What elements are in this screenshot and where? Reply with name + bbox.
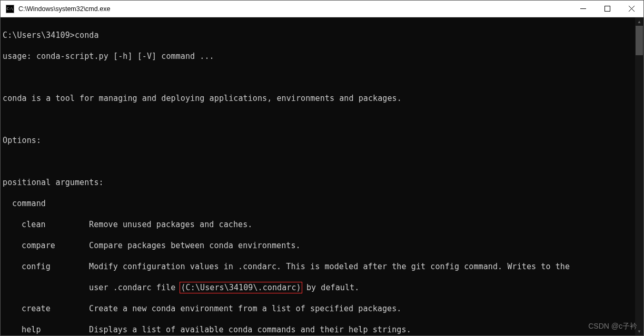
typed-command: conda <box>75 30 99 40</box>
prompt: C:\Users\34109> <box>3 30 75 40</box>
window-title: C:\Windows\system32\cmd.exe <box>18 5 571 13</box>
intro-line: conda is a tool for managing and deployi… <box>3 93 643 104</box>
maximize-icon <box>605 6 610 12</box>
blank-line <box>3 72 643 83</box>
scroll-thumb[interactable] <box>636 26 643 55</box>
watermark-text: CSDN @c子衿 <box>588 322 637 331</box>
title-bar[interactable]: C:\ C:\Windows\system32\cmd.exe <box>1 1 643 17</box>
cmd-row: compareCompare packages between conda en… <box>3 240 643 251</box>
cmd-name: create <box>22 303 89 314</box>
cmd-desc: Modify configuration values in .condarc.… <box>89 262 570 271</box>
cmd-name: help <box>22 324 89 335</box>
positional-subheader: command <box>3 198 643 209</box>
cmd-window: C:\ C:\Windows\system32\cmd.exe C:\Users… <box>0 0 644 336</box>
cmd-row: helpDisplays a list of available conda c… <box>3 324 643 335</box>
vertical-scrollbar[interactable]: ▲ ▼ <box>635 17 643 335</box>
scroll-up-arrow-icon[interactable]: ▲ <box>635 17 643 26</box>
cmd-desc: Create a new conda environment from a li… <box>89 304 402 313</box>
positional-header: positional arguments: <box>3 177 643 188</box>
cmd-row-cont: user .condarc file (C:\Users\34109\.cond… <box>3 282 643 293</box>
window-controls <box>571 1 643 17</box>
close-button[interactable] <box>619 1 643 17</box>
cmd-name: compare <box>22 240 89 251</box>
prompt-line: C:\Users\34109>conda <box>3 30 643 40</box>
terminal-output: C:\Users\34109>conda usage: conda-script… <box>1 17 643 335</box>
cmd-icon: C:\ <box>6 5 14 13</box>
cmd-name: clean <box>22 219 89 230</box>
cmd-desc: Remove unused packages and caches. <box>89 220 252 229</box>
highlighted-path: (C:\Users\34109\.condarc) <box>180 282 302 293</box>
cmd-row: createCreate a new conda environment fro… <box>3 303 643 314</box>
svg-rect-1 <box>605 6 610 12</box>
usage-line: usage: conda-script.py [-h] [-V] command… <box>3 51 643 62</box>
cmd-row: cleanRemove unused packages and caches. <box>3 219 643 230</box>
options-header: Options: <box>3 135 643 146</box>
close-icon <box>629 6 635 12</box>
terminal-area[interactable]: C:\Users\34109>conda usage: conda-script… <box>1 17 643 335</box>
cmd-name: config <box>22 261 89 272</box>
blank-line <box>3 156 643 167</box>
maximize-button[interactable] <box>595 1 619 17</box>
minimize-icon <box>580 6 586 12</box>
cmd-row: configModify configuration values in .co… <box>3 261 643 272</box>
cmd-desc: Displays a list of available conda comma… <box>89 325 411 334</box>
blank-line <box>3 114 643 125</box>
cmd-desc: Compare packages between conda environme… <box>89 241 301 250</box>
minimize-button[interactable] <box>571 1 595 17</box>
